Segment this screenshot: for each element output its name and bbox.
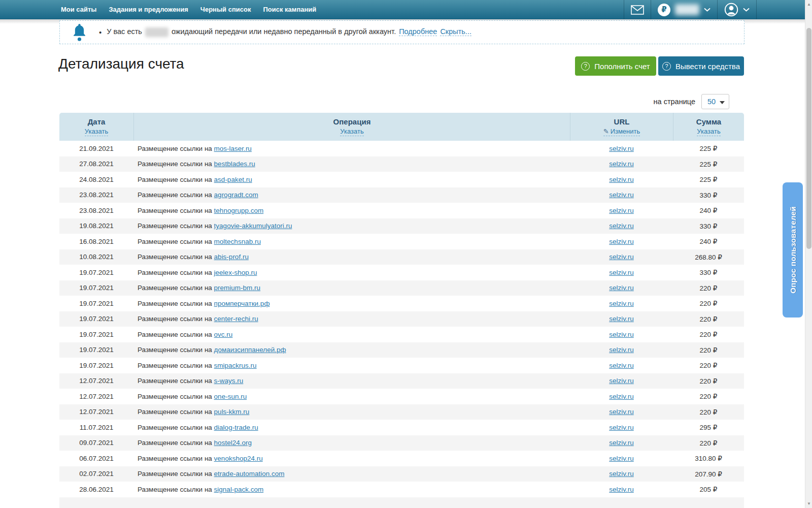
- row-url-link[interactable]: selziv.ru: [609, 207, 634, 214]
- operation-site-link[interactable]: домаизсиппанелей.рф: [214, 346, 286, 354]
- operation-prefix: Размещение ссылки на: [138, 424, 214, 431]
- row-url-link[interactable]: selziv.ru: [609, 191, 634, 199]
- row-date: 27.08.2021: [59, 160, 133, 168]
- operation-site-link[interactable]: agrogradt.com: [214, 191, 258, 199]
- operation-site-link[interactable]: center-rechi.ru: [214, 315, 258, 323]
- row-url-link[interactable]: selziv.ru: [609, 346, 634, 354]
- operation-site-link[interactable]: one-sun.ru: [214, 393, 247, 400]
- operation-site-link[interactable]: premium-bm.ru: [214, 284, 261, 292]
- mail-icon: [631, 5, 644, 15]
- nav-blacklist[interactable]: Черный список: [200, 6, 251, 13]
- row-url-link[interactable]: selziv.ru: [609, 269, 634, 276]
- per-page-select[interactable]: 50: [701, 94, 729, 109]
- table-row: 19.07.2021 Размещение ссылки на промперч…: [59, 296, 744, 311]
- pencil-icon: ✎: [603, 128, 609, 135]
- date-filter-link[interactable]: Указать: [85, 128, 108, 136]
- operation-site-link[interactable]: puls-kkm.ru: [214, 408, 250, 416]
- row-url-link[interactable]: selziv.ru: [609, 238, 634, 245]
- operation-prefix: Размещение ссылки на: [138, 470, 214, 478]
- account-menu[interactable]: [717, 0, 757, 19]
- operation-site-link[interactable]: tehnogrupp.com: [214, 207, 264, 214]
- table-row: 23.08.2021 Размещение ссылки на tehnogru…: [59, 203, 744, 218]
- nav-campaign-search[interactable]: Поиск кампаний: [263, 6, 316, 13]
- row-amount: 220 ₽: [673, 408, 744, 416]
- row-url-link[interactable]: selziv.ru: [609, 393, 634, 400]
- bullet: •: [99, 28, 101, 37]
- row-amount: 310.80 ₽: [673, 454, 744, 462]
- hide-link[interactable]: Скрыть...: [440, 27, 471, 36]
- table-row: 12.07.2021 Размещение ссылки на s-ways.r…: [59, 373, 744, 389]
- row-url-link[interactable]: selziv.ru: [609, 160, 634, 168]
- row-url-link[interactable]: selziv.ru: [609, 300, 634, 307]
- operation-prefix: Размещение ссылки на: [138, 160, 214, 168]
- page-scrollbar[interactable]: ▲ ▼: [805, 0, 812, 508]
- amount-filter-link[interactable]: Указать: [697, 128, 720, 136]
- operation-site-link[interactable]: промперчатки.рф: [214, 300, 270, 307]
- operation-site-link[interactable]: asd-paket.ru: [214, 176, 252, 183]
- row-url-link[interactable]: selziv.ru: [609, 377, 634, 385]
- operation-site-link[interactable]: jeelex-shop.ru: [214, 269, 257, 276]
- operation-site-link[interactable]: hostel24.org: [214, 439, 252, 447]
- row-amount: 205 ₽: [673, 485, 744, 493]
- url-edit-link[interactable]: ✎Изменить: [603, 128, 640, 136]
- per-page-label: на странице: [632, 98, 695, 106]
- operation-site-link[interactable]: s-ways.ru: [214, 377, 244, 385]
- operation-site-link[interactable]: abis-prof.ru: [214, 253, 249, 261]
- row-url-link[interactable]: selziv.ru: [609, 424, 634, 431]
- operation-site-link[interactable]: moltechsnab.ru: [214, 238, 261, 245]
- operation-prefix: Размещение ссылки на: [138, 362, 214, 369]
- user-icon: [724, 3, 738, 17]
- table-row: 12.07.2021 Размещение ссылки на puls-kkm…: [59, 404, 744, 420]
- row-date: 19.07.2021: [59, 284, 133, 292]
- table-row: 19.07.2021 Размещение ссылки на ovc.ru s…: [59, 327, 744, 342]
- details-link[interactable]: Подробнее: [399, 27, 437, 36]
- row-url-link[interactable]: selziv.ru: [609, 145, 634, 152]
- row-url-link[interactable]: selziv.ru: [609, 455, 634, 462]
- row-url-link[interactable]: selziv.ru: [609, 176, 634, 183]
- operation-site-link[interactable]: ovc.ru: [214, 331, 233, 338]
- row-amount: 220 ₽: [673, 439, 744, 447]
- row-url-link[interactable]: selziv.ru: [609, 253, 634, 261]
- table-row: 19.07.2021 Размещение ссылки на smipackr…: [59, 358, 744, 373]
- operation-prefix: Размещение ссылки на: [138, 331, 214, 338]
- table-row: 12.07.2021 Размещение ссылки на one-sun.…: [59, 389, 744, 404]
- row-url-link[interactable]: selziv.ru: [609, 470, 634, 478]
- col-date: Дата Указать: [59, 113, 133, 141]
- balance-menu[interactable]: ₽: [651, 0, 717, 19]
- operation-site-link[interactable]: dialog-trade.ru: [214, 424, 258, 431]
- row-url-link[interactable]: selziv.ru: [609, 486, 634, 493]
- scrollbar-thumb[interactable]: [806, 28, 811, 249]
- row-url-link[interactable]: selziv.ru: [609, 331, 634, 338]
- withdraw-button[interactable]: ? Вывести средства: [658, 56, 744, 76]
- table-body: 21.09.2021 Размещение ссылки на mos-lase…: [59, 141, 744, 497]
- user-survey-tab[interactable]: Опрос пользователей: [783, 182, 803, 318]
- row-url-link[interactable]: selziv.ru: [609, 439, 634, 447]
- operation-site-link[interactable]: etrade-automation.com: [214, 470, 285, 478]
- scroll-up-button[interactable]: ▲: [805, 0, 812, 9]
- topup-button[interactable]: ? Пополнить счет: [575, 56, 656, 76]
- table-row: 19.07.2021 Размещение ссылки на jeelex-s…: [59, 265, 744, 280]
- operation-prefix: Размещение ссылки на: [138, 393, 214, 400]
- operation-filter-link[interactable]: Указать: [340, 128, 363, 136]
- operation-site-link[interactable]: mos-laser.ru: [214, 145, 252, 152]
- row-url-link[interactable]: selziv.ru: [609, 408, 634, 416]
- row-amount: 268.80 ₽: [673, 253, 744, 261]
- nav-my-sites[interactable]: Мои сайты: [61, 6, 96, 13]
- row-url-link[interactable]: selziv.ru: [609, 222, 634, 230]
- row-url-link[interactable]: selziv.ru: [609, 362, 634, 369]
- row-date: 11.07.2021: [59, 424, 133, 431]
- row-url-link[interactable]: selziv.ru: [609, 284, 634, 292]
- table-row: 21.09.2021 Размещение ссылки на mos-lase…: [59, 141, 744, 156]
- operation-site-link[interactable]: venokshop24.ru: [214, 455, 263, 462]
- operation-site-link[interactable]: smipackrus.ru: [214, 362, 257, 369]
- messages-button[interactable]: [624, 0, 651, 19]
- operation-site-link[interactable]: tyagovie-akkumulyatori.ru: [214, 222, 292, 230]
- operation-prefix: Размещение ссылки на: [138, 176, 214, 183]
- operation-site-link[interactable]: signal-pack.com: [214, 486, 264, 493]
- operation-site-link[interactable]: bestblades.ru: [214, 160, 255, 168]
- row-url-link[interactable]: selziv.ru: [609, 315, 634, 323]
- operation-prefix: Размещение ссылки на: [138, 222, 214, 230]
- scroll-down-button[interactable]: ▼: [805, 499, 812, 508]
- row-date: 06.07.2021: [59, 455, 133, 462]
- nav-tasks-offers[interactable]: Задания и предложения: [109, 6, 188, 13]
